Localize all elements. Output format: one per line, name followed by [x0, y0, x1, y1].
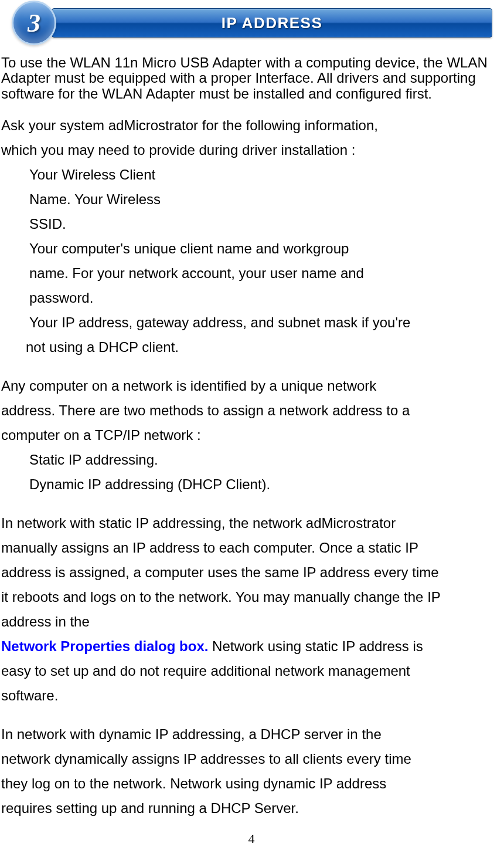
- static-ip-section: In network with static IP addressing, th…: [1, 511, 502, 708]
- need-line: Your Wireless Client: [1, 162, 502, 187]
- step-badge: 3: [12, 1, 56, 45]
- ask-section: Ask your system adMicrostrator for the f…: [1, 113, 502, 360]
- static-line: address in the: [1, 609, 502, 634]
- need-line: Your IP address, gateway address, and su…: [1, 310, 502, 335]
- static-line: address is assigned, a computer uses the…: [1, 560, 502, 585]
- static-line: software.: [1, 683, 502, 708]
- network-address-section: Any computer on a network is identified …: [1, 374, 502, 497]
- title-text: IP ADDRESS: [222, 14, 323, 32]
- need-line: not using a DHCP client.: [1, 335, 502, 360]
- need-line: Name. Your Wireless: [1, 187, 502, 212]
- header-bar: 3 IP ADDRESS: [12, 2, 492, 43]
- ask-line-1: Ask your system adMicrostrator for the f…: [1, 113, 502, 138]
- dynamic-line: they log on to the network. Network usin…: [1, 771, 502, 796]
- page-content: To use the WLAN 11n Micro USB Adapter wi…: [0, 55, 504, 846]
- static-line: manually assigns an IP address to each c…: [1, 536, 502, 560]
- para2-line: computer on a TCP/IP network :: [1, 423, 502, 448]
- para2-line: address. There are two methods to assign…: [1, 398, 502, 423]
- dynamic-line: In network with dynamic IP addressing, a…: [1, 722, 502, 747]
- need-line: password.: [1, 286, 502, 310]
- dynamic-ip-section: In network with dynamic IP addressing, a…: [1, 722, 502, 821]
- ask-line-2: which you may need to provide during dri…: [1, 138, 502, 162]
- step-number: 3: [28, 8, 40, 38]
- need-line: SSID.: [1, 212, 502, 236]
- intro-paragraph: To use the WLAN 11n Micro USB Adapter wi…: [1, 55, 502, 101]
- dynamic-line: requires setting up and running a DHCP S…: [1, 796, 502, 821]
- title-bar: IP ADDRESS: [52, 8, 492, 38]
- network-properties-highlight: Network Properties dialog box.: [1, 638, 208, 654]
- need-line: name. For your network account, your use…: [1, 261, 502, 286]
- method-line: Dynamic IP addressing (DHCP Client).: [1, 472, 502, 497]
- dynamic-line: network dynamically assigns IP addresses…: [1, 747, 502, 771]
- static-line: it reboots and logs on to the network. Y…: [1, 585, 502, 609]
- need-line: Your computer's unique client name and w…: [1, 236, 502, 261]
- static-line: easy to set up and do not require additi…: [1, 659, 502, 683]
- method-line: Static IP addressing.: [1, 448, 502, 472]
- static-line-rest: Network using static IP address is: [208, 638, 423, 654]
- static-line-highlight: Network Properties dialog box. Network u…: [1, 634, 502, 659]
- static-line: In network with static IP addressing, th…: [1, 511, 502, 536]
- para2-line: Any computer on a network is identified …: [1, 374, 502, 398]
- page-number: 4: [1, 831, 502, 846]
